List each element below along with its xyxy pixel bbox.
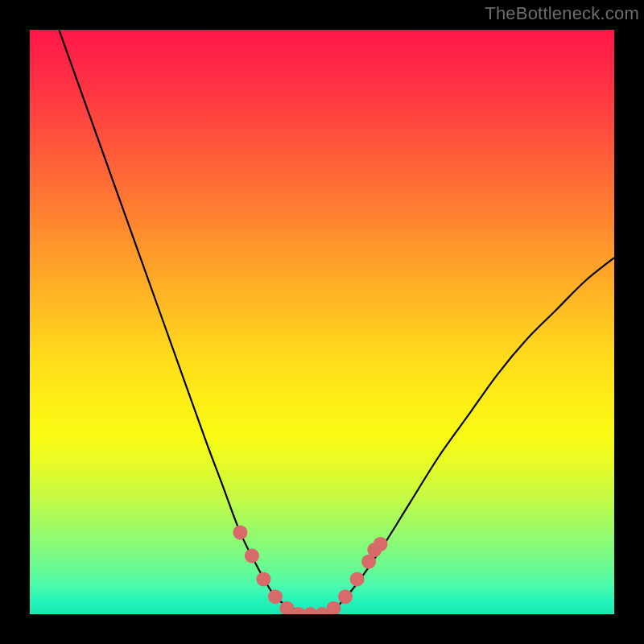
curve-marker [350, 572, 365, 586]
chart-svg [30, 30, 614, 614]
bottleneck-curve [59, 30, 614, 614]
plot-area [30, 30, 614, 614]
curve-group [59, 30, 614, 614]
curve-marker [338, 589, 353, 604]
chart-container: TheBottleneck.com [0, 0, 644, 644]
curve-marker [233, 525, 247, 539]
curve-marker [256, 572, 270, 586]
watermark-text: TheBottleneck.com [485, 3, 639, 24]
curve-marker [245, 548, 259, 563]
curve-marker [268, 589, 283, 604]
curve-marker [374, 537, 388, 551]
curve-marker [327, 601, 341, 614]
marker-group [233, 525, 387, 614]
